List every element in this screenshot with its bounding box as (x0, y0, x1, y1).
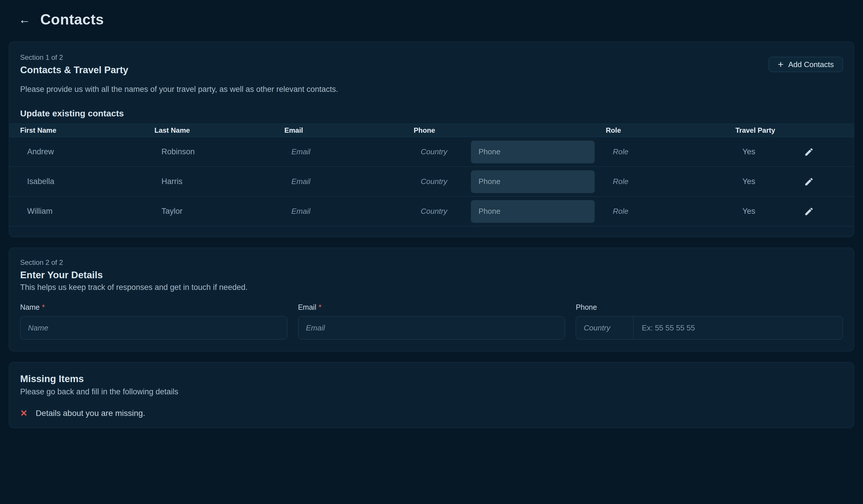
column-header-travel-party: Travel Party (724, 126, 789, 134)
cell-country-placeholder: Country (421, 147, 462, 156)
plus-icon: + (778, 59, 784, 69)
cell-role-placeholder: Role (595, 207, 724, 216)
contacts-table: First Name Last Name Email Phone Role Tr… (9, 124, 854, 226)
cell-email-placeholder: Email (273, 147, 403, 156)
page-title: Contacts (40, 11, 104, 28)
contact-row: Isabella Harris Email Country Role Yes (9, 167, 854, 197)
phone-country-input[interactable] (576, 316, 634, 339)
missing-items-title: Missing Items (20, 373, 843, 385)
section-step-label: Section 2 of 2 (20, 258, 843, 267)
cell-phone: Country (403, 200, 595, 223)
cell-edit (789, 174, 829, 189)
required-asterisk: * (318, 303, 322, 311)
cell-phone: Country (403, 141, 595, 163)
cell-role-placeholder: Role (595, 177, 724, 186)
pencil-icon (804, 147, 814, 157)
add-contacts-label: Add Contacts (788, 60, 834, 69)
back-arrow-icon: ← (19, 14, 30, 25)
error-x-icon: ✕ (20, 409, 27, 418)
contact-row: Andrew Robinson Email Country Role Yes (9, 137, 854, 167)
name-label: Name * (20, 303, 287, 311)
card-head: Section 1 of 2 Contacts & Travel Party +… (9, 53, 854, 76)
name-input[interactable] (20, 316, 287, 339)
back-button[interactable]: ← (16, 11, 33, 28)
section-description: This helps us keep track of responses an… (20, 283, 843, 292)
name-label-text: Name (20, 303, 40, 311)
section-card-details: Section 2 of 2 Enter Your Details This h… (9, 248, 854, 351)
phone-input-group (576, 316, 843, 339)
cell-first-name: Isabella (9, 177, 143, 186)
cell-last-name: Robinson (143, 147, 273, 156)
contact-row: William Taylor Email Country Role Yes (9, 197, 854, 226)
cell-role-placeholder: Role (595, 147, 724, 156)
phone-input[interactable] (471, 200, 595, 223)
table-header-row: First Name Last Name Email Phone Role Tr… (9, 124, 854, 137)
missing-item-text: Details about you are missing. (36, 409, 145, 418)
phone-label: Phone (576, 303, 843, 311)
edit-contact-button[interactable] (801, 144, 816, 159)
pencil-icon (804, 207, 814, 217)
phone-input[interactable] (471, 170, 595, 193)
cell-travel-party: Yes (724, 207, 789, 216)
section-description: Please provide us with all the names of … (9, 85, 854, 94)
phone-input[interactable] (471, 141, 595, 163)
cell-phone: Country (403, 170, 595, 193)
edit-contact-button[interactable] (801, 204, 816, 219)
section-title: Enter Your Details (20, 270, 843, 281)
missing-items-description: Please go back and fill in the following… (20, 387, 843, 396)
section-step-label: Section 1 of 2 (20, 53, 128, 62)
main-content: Section 1 of 2 Contacts & Travel Party +… (9, 41, 854, 428)
missing-item-row: ✕ Details about you are missing. (20, 409, 843, 418)
email-label: Email * (298, 303, 565, 311)
cell-travel-party: Yes (724, 147, 789, 156)
email-label-text: Email (298, 303, 316, 311)
cell-last-name: Harris (143, 177, 273, 186)
card-head-titles: Section 1 of 2 Contacts & Travel Party (20, 53, 128, 76)
cell-email-placeholder: Email (273, 177, 403, 186)
column-header-last-name: Last Name (143, 126, 273, 134)
email-input[interactable] (298, 316, 565, 339)
section-card-missing-items: Missing Items Please go back and fill in… (9, 362, 854, 428)
cell-country-placeholder: Country (421, 177, 462, 186)
details-form: Name * Email * Phone (20, 303, 843, 339)
phone-field: Phone (576, 303, 843, 339)
edit-contact-button[interactable] (801, 174, 816, 189)
cell-edit (789, 204, 829, 219)
pencil-icon (804, 177, 814, 187)
cell-email-placeholder: Email (273, 207, 403, 216)
page-header: ← Contacts (0, 0, 863, 28)
phone-number-input[interactable] (634, 316, 842, 339)
column-header-first-name: First Name (9, 126, 143, 134)
cell-edit (789, 144, 829, 159)
add-contacts-button[interactable]: + Add Contacts (769, 57, 843, 72)
column-header-role: Role (595, 126, 724, 134)
cell-first-name: William (9, 207, 143, 216)
column-header-phone: Phone (403, 126, 595, 134)
phone-label-text: Phone (576, 303, 597, 311)
table-title: Update existing contacts (9, 108, 854, 118)
cell-first-name: Andrew (9, 147, 143, 156)
name-field: Name * (20, 303, 287, 339)
section-title: Contacts & Travel Party (20, 64, 128, 76)
cell-travel-party: Yes (724, 177, 789, 186)
email-field: Email * (298, 303, 565, 339)
section-card-contacts: Section 1 of 2 Contacts & Travel Party +… (9, 41, 854, 237)
cell-last-name: Taylor (143, 207, 273, 216)
column-header-email: Email (273, 126, 403, 134)
required-asterisk: * (42, 303, 45, 311)
cell-country-placeholder: Country (421, 207, 462, 216)
